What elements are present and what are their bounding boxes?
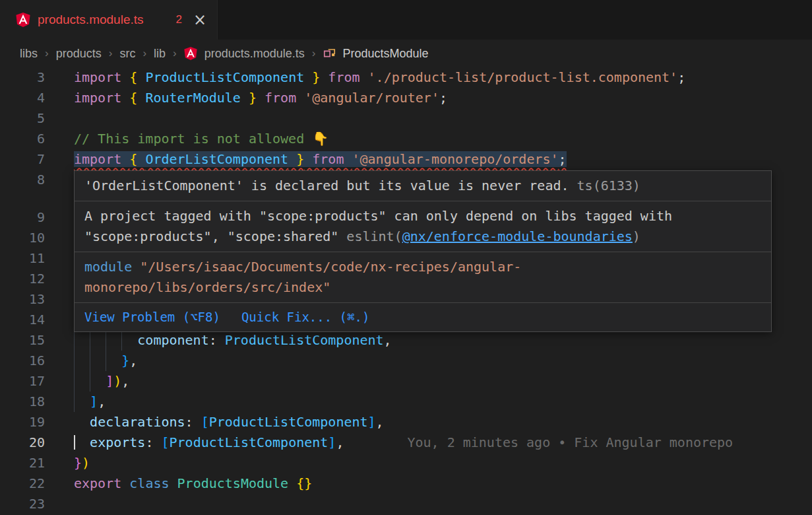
code-token: ] <box>106 373 113 389</box>
breadcrumb-item-lib[interactable]: lib <box>154 47 166 61</box>
line-number[interactable]: 4 <box>0 88 45 108</box>
line-number[interactable]: 16 <box>0 351 45 371</box>
code-content[interactable]: }, <box>45 351 812 371</box>
line-number[interactable]: 11 <box>0 248 45 269</box>
code-line-19[interactable]: 19 declarations: [ProductListComponent], <box>0 412 812 432</box>
line-number[interactable]: 9 <box>0 207 45 228</box>
code-line-6[interactable]: 6// This import is not allowed 👇 <box>0 129 812 149</box>
code-line-17[interactable]: 17]), <box>0 371 812 392</box>
editor-tab-products-module[interactable]: products.module.ts 2 × <box>0 0 218 40</box>
angular-file-icon <box>184 47 197 60</box>
code-line-4[interactable]: 4import { RouterModule } from '@angular/… <box>0 88 812 108</box>
code-token: RouterModule <box>145 90 241 106</box>
code-content[interactable]: ]), <box>45 371 812 392</box>
indent-guide <box>74 371 90 392</box>
popup-text: module <box>84 259 132 275</box>
indent-guide <box>90 330 106 351</box>
line-number[interactable]: 19 <box>0 412 45 432</box>
code-content[interactable]: import { RouterModule } from '@angular/r… <box>45 88 812 108</box>
code-content[interactable]: declarations: [ProductListComponent], <box>45 412 812 432</box>
line-number[interactable]: 23 <box>0 494 45 514</box>
code-token: ) <box>82 455 90 471</box>
line-number[interactable]: 7 <box>0 149 45 170</box>
popup-text: eslint( <box>346 228 402 244</box>
line-number[interactable]: 6 <box>0 129 45 149</box>
line-number[interactable]: 13 <box>0 289 45 310</box>
breadcrumb-item-libs[interactable]: libs <box>20 47 38 61</box>
breadcrumb-item-products[interactable]: products <box>56 47 102 61</box>
tab-bar: products.module.ts 2 × <box>0 0 812 40</box>
code-content[interactable] <box>45 494 812 514</box>
class-symbol-icon <box>323 48 336 60</box>
code-token: ProductListComponent <box>170 434 328 450</box>
code-line-21[interactable]: 21}) <box>0 453 812 473</box>
line-number[interactable]: 21 <box>0 453 45 473</box>
code-token: : <box>145 434 161 450</box>
breadcrumb-separator: › <box>173 47 177 60</box>
line-number[interactable]: 12 <box>0 269 45 289</box>
line-number[interactable]: 17 <box>0 371 45 392</box>
code-token: , <box>376 414 384 430</box>
indent-guide <box>74 351 90 371</box>
line-number[interactable]: 15 <box>0 330 45 351</box>
hover-popup-sections: 'OrderListComponent' is declared but its… <box>75 171 771 303</box>
view-problem-link[interactable]: View Problem (⌥F8) <box>84 309 220 326</box>
code-token: , <box>129 353 137 368</box>
code-content[interactable]: // This import is not allowed 👇 <box>45 129 812 149</box>
code-line-7[interactable]: 7import { OrderListComponent } from '@an… <box>0 149 812 170</box>
code-token: import <box>74 151 129 167</box>
code-token: } <box>241 90 257 106</box>
code-token: import <box>74 90 129 106</box>
line-number[interactable]: 20 <box>0 432 45 453</box>
code-token: ProductListComponent <box>209 414 368 430</box>
code-token: ProductsModule <box>177 475 297 491</box>
tab-close-icon[interactable]: × <box>193 12 206 28</box>
code-line-3[interactable]: 3import { ProductListComponent } from '.… <box>0 67 812 88</box>
line-number[interactable]: 3 <box>0 67 45 88</box>
code-line-22[interactable]: 22export class ProductsModule {} <box>0 473 812 494</box>
code-content[interactable]: exports: [ProductListComponent],You, 2 m… <box>45 432 812 453</box>
code-token: import <box>74 69 129 85</box>
code-token: ; <box>559 151 567 167</box>
eslint-rule-link[interactable]: @nx/enforce-module-boundaries <box>402 228 633 244</box>
line-number[interactable]: 14 <box>0 310 45 330</box>
code-line-16[interactable]: 16}, <box>0 351 812 371</box>
code-line-23[interactable]: 23 <box>0 494 812 514</box>
code-content[interactable]: }) <box>45 453 812 473</box>
line-number[interactable]: 22 <box>0 473 45 494</box>
breadcrumb-separator: › <box>45 47 49 60</box>
code-token: component <box>137 332 208 348</box>
breadcrumb-item-src[interactable]: src <box>119 47 135 61</box>
line-number[interactable]: 8 <box>0 170 45 207</box>
code-line-18[interactable]: 18], <box>0 392 812 412</box>
code-token: ] <box>90 394 98 409</box>
line-number[interactable]: 18 <box>0 392 45 412</box>
code-content[interactable]: ], <box>45 392 812 412</box>
code-line-20[interactable]: 20 exports: [ProductListComponent],You, … <box>0 432 812 453</box>
code-token: '@angular-monorepo/orders' <box>352 151 558 167</box>
code-token: } <box>288 151 304 167</box>
popup-text: "/Users/isaac/Documents/code/nx-recipes/… <box>84 259 521 295</box>
code-content[interactable] <box>45 108 812 129</box>
popup-text: ts(6133) <box>569 178 640 193</box>
code-token: // This import is not allowed <box>74 131 312 147</box>
code-content[interactable]: import { OrderListComponent } from '@ang… <box>45 149 812 170</box>
code-content[interactable]: component: ProductListComponent, <box>45 330 812 351</box>
quick-fix-link[interactable]: Quick Fix... (⌘.) <box>241 309 369 326</box>
breadcrumb: libs › products › src › lib › products.m… <box>0 40 812 67</box>
indent-guide <box>106 351 121 371</box>
indent-guide <box>90 371 106 392</box>
code-token: { <box>129 90 145 106</box>
editor: 3import { ProductListComponent } from '.… <box>0 67 812 515</box>
breadcrumb-item-file[interactable]: products.module.ts <box>204 47 305 61</box>
code-content[interactable]: export class ProductsModule {} <box>45 473 812 494</box>
code-content[interactable]: import { ProductListComponent } from './… <box>45 67 812 88</box>
indent-guide <box>74 330 90 351</box>
code-line-5[interactable]: 5 <box>0 108 812 129</box>
popup-text: ) <box>633 228 640 244</box>
code-token: , <box>98 394 106 409</box>
line-number[interactable]: 5 <box>0 108 45 129</box>
line-number[interactable]: 10 <box>0 228 45 248</box>
breadcrumb-item-symbol[interactable]: ProductsModule <box>343 47 429 61</box>
code-line-15[interactable]: 15component: ProductListComponent, <box>0 330 812 351</box>
